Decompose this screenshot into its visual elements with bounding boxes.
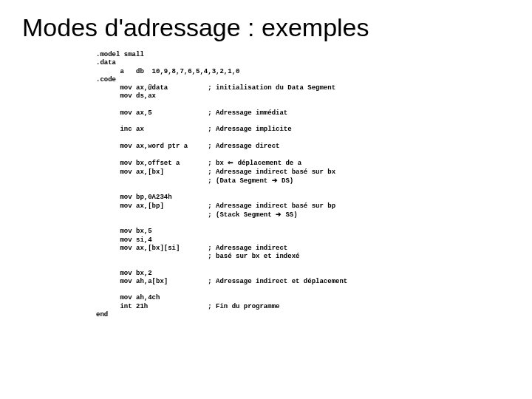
code-line: mov si,4: [96, 236, 152, 244]
code-line: a db 10,9,8,7,6,5,4,3,2,1,0: [96, 68, 239, 75]
code-line: mov bx,5: [96, 228, 152, 235]
slide: Modes d'adressage : exemples .model smal…: [0, 0, 532, 399]
code-line: mov ax,[bp] ; Adressage indirect basé su…: [96, 202, 335, 210]
code-line: mov bx,2: [96, 270, 152, 277]
arrow-right-icon: ➔: [272, 177, 278, 184]
code-line: .data: [96, 59, 116, 66]
code-line: mov ah,a[bx] ; Adressage indirect et dép…: [96, 278, 347, 285]
code-line: ; (Stack Segment ➔ SS): [96, 211, 298, 219]
code-line: mov ah,4ch: [96, 294, 160, 301]
code-line: mov ax,word ptr a ; Adressage direct: [96, 143, 279, 150]
code-line: mov ax,@data ; initialisation du Data Se…: [96, 84, 335, 92]
code-line: mov ax,5 ; Adressage immédiat: [96, 109, 287, 117]
code-line: int 21h ; Fin du programme: [96, 303, 279, 310]
code-block: .model small .data a db 10,9,8,7,6,5,4,3…: [96, 51, 510, 319]
code-line: .model small: [96, 51, 144, 58]
code-line: mov ax,[bx][si] ; Adressage indirect: [96, 245, 287, 252]
code-line: mov bp,0A234h: [96, 194, 172, 201]
code-line: ; (Data Segment ➔ DS): [96, 177, 293, 185]
code-line: mov bx,offset a ; bx ⇐ déplacement de a: [96, 160, 301, 167]
code-line: ; basé sur bx et indexé: [96, 253, 299, 260]
code-line: .code: [96, 76, 116, 83]
code-line: end: [96, 311, 108, 318]
code-line: inc ax ; Adressage implicite: [96, 126, 292, 133]
arrow-right-icon: ➔: [276, 211, 282, 218]
code-line: mov ds,ax: [96, 92, 156, 100]
code-line: mov ax,[bx] ; Adressage indirect basé su…: [96, 168, 335, 176]
slide-title: Modes d'adressage : exemples: [22, 13, 510, 42]
